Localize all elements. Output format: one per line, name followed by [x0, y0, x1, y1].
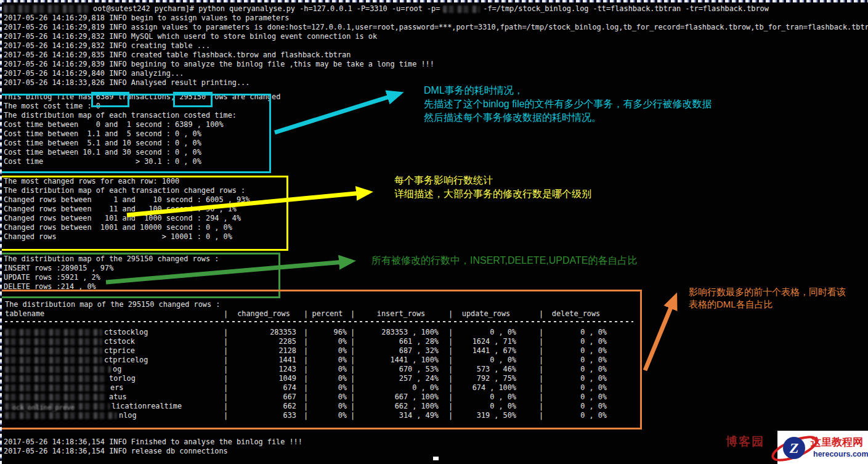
changed-rows-highlight-box	[0, 176, 288, 251]
green-annotation: 所有被修改的行数中，INSERT,DELETE,UPDATE的各自占比	[371, 254, 637, 267]
orange-arrow	[645, 297, 675, 370]
log-line: 2017-05-26 14:16:29,840 INFO analyzing..…	[4, 69, 868, 78]
log-line: 2017-05-26 14:16:29,832 INFO MySQL which…	[4, 32, 868, 41]
rows-count-highlight-rect	[173, 92, 213, 107]
censored-prompt-prefix	[4, 5, 90, 13]
tx-count-highlight-rect	[91, 92, 129, 107]
logo-letter: Z	[790, 440, 799, 457]
cyan-annotation: DML事务的耗时情况，先描述了这个binlog file的文件有多少个事务，有多…	[424, 84, 712, 124]
footer-lines: 2017-05-26 14:18:36,154 INFO Finished to…	[4, 438, 302, 456]
cost-time-highlight-box	[0, 94, 271, 173]
selection-ants-left	[0, 0, 2, 464]
annotation-line: 详细描述，大部分事务的修改行数是哪个级别	[394, 187, 591, 201]
log-line: 2017-05-26 14:16:29,819 INFO assign valu…	[4, 23, 868, 32]
annotation-line: DML事务的耗时情况，	[424, 84, 712, 97]
table-highlight-box	[0, 290, 642, 429]
orange-annotation: 影响行数最多的前十个表格，同时看该表格的DML各自占比	[689, 286, 846, 311]
terminal-screen[interactable]: oot@sutest242 pycharm]# python queryanal…	[0, 0, 868, 464]
command-line: oot@sutest242 pycharm]# python queryanal…	[4, 4, 868, 14]
command-text-pre: oot@sutest242 pycharm]# python queryanal…	[93, 4, 440, 14]
annotation-line: 先描述了这个binlog file的文件有多少个事务，有多少行被修改数据	[424, 97, 712, 111]
annotation-line: 然后描述每个事务修改数据的耗时情况。	[424, 111, 712, 124]
footer-line: 2017-05-26 14:18:36,154 INFO release db …	[4, 447, 302, 456]
log-line: 2017-05-26 14:16:29,832 INFO creating ta…	[4, 41, 868, 51]
annotation-line: 所有被修改的行数中，INSERT,DELETE,UPDATE的各自占比	[371, 254, 637, 267]
log-line: 2017-05-26 14:16:29,818 INFO begin to as…	[4, 14, 868, 23]
annotation-line: 每个事务影响行数统计	[394, 174, 591, 187]
cursor-artifact	[433, 457, 439, 460]
log-line: 2017-05-26 14:16:29,835 INFO created tab…	[4, 51, 868, 60]
cyan-arrow	[275, 94, 399, 132]
blog-watermark: 博客园	[726, 434, 765, 450]
log-line: 2017-05-26 14:16:29,839 INFO begining to…	[4, 60, 868, 69]
annotation-line: 影响行数最多的前十个表格，同时看该	[689, 286, 846, 298]
site-url: herecours.com	[813, 450, 868, 458]
log-output: oot@sutest242 pycharm]# python queryanal…	[4, 4, 868, 88]
log-lines: 2017-05-26 14:16:29,818 INFO begin to as…	[4, 14, 868, 88]
footer-log: 2017-05-26 14:18:36,154 INFO Finished to…	[4, 438, 302, 456]
command-text-post: -f=/tmp/stock_binlog.log -tt=flashback.t…	[483, 4, 769, 14]
site-logo[interactable]: Z 这里教程网 herecours.com	[777, 431, 868, 464]
footer-line: 2017-05-26 14:18:36,154 INFO Finished to…	[4, 438, 302, 447]
censored-password	[443, 6, 480, 13]
site-name: 这里教程网	[811, 435, 863, 449]
logo-z-icon: Z	[783, 437, 805, 459]
annotation-line: 表格的DML各自占比	[689, 298, 846, 311]
yellow-annotation: 每个事务影响行数统计详细描述，大部分事务的修改行数是哪个级别	[394, 174, 591, 201]
selection-ants-top	[0, 0, 868, 2]
